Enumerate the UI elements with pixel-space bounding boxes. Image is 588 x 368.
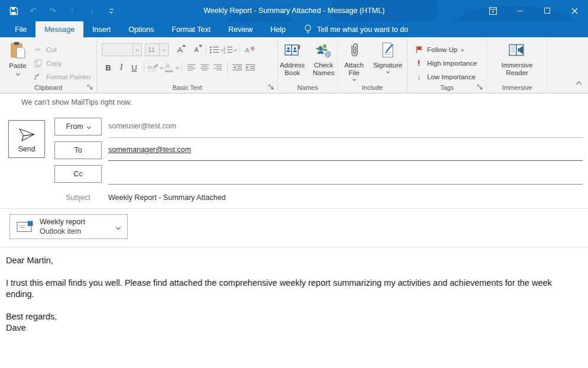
from-label: From — [66, 122, 83, 131]
align-center-button[interactable] — [198, 60, 211, 75]
shrink-font-icon: A — [194, 46, 198, 53]
cc-button[interactable]: Cc — [54, 165, 102, 183]
attachment-strip-bottom-border — [0, 247, 588, 247]
clipboard-group-label: Clipboard — [0, 84, 96, 91]
immersive-reader-icon — [508, 41, 526, 59]
check-names-icon: @ — [316, 41, 331, 59]
font-name-dropdown-icon[interactable] — [133, 44, 141, 56]
to-button[interactable]: To — [54, 141, 102, 159]
grow-font-button[interactable]: A — [173, 43, 186, 57]
tags-dialog-launcher-icon[interactable] — [477, 84, 484, 91]
paste-button[interactable]: Paste — [5, 41, 30, 85]
customize-qat-icon[interactable] — [106, 5, 117, 17]
tab-message[interactable]: Message — [35, 21, 83, 37]
tell-me-box[interactable]: Tell me what you want to do — [304, 21, 408, 37]
low-importance-button[interactable]: ↓ Low Importance — [415, 70, 477, 83]
separator — [144, 62, 144, 73]
to-field-value[interactable]: somemanager@test.com — [108, 146, 191, 154]
ribbon-display-options-icon[interactable] — [479, 0, 506, 21]
paste-chevron-icon — [15, 72, 20, 76]
attachment-card[interactable]: Weekly report Outlook item — [9, 214, 128, 239]
check-names-button[interactable]: @ Check Names — [310, 37, 337, 77]
underline-button[interactable]: U — [128, 60, 141, 75]
attach-file-button[interactable]: Attach File — [342, 37, 367, 80]
decrease-indent-button[interactable] — [231, 60, 244, 75]
body-greeting: Dear Martin, — [6, 255, 573, 266]
tab-format-text[interactable]: Format Text — [163, 21, 219, 37]
send-button[interactable]: Send — [8, 120, 45, 158]
separator — [227, 62, 228, 73]
cut-button[interactable]: ✂ Cut — [33, 43, 91, 56]
signature-icon — [381, 41, 395, 59]
eraser-icon: A — [245, 46, 255, 54]
cc-field-underline — [108, 184, 583, 185]
group-names: Address Book @ Check Names Names — [278, 37, 337, 93]
address-book-label: Address Book — [278, 62, 306, 77]
address-book-button[interactable]: Address Book — [278, 37, 306, 77]
format-painter-button[interactable]: Format Painter — [33, 70, 91, 83]
redo-icon[interactable]: ↷ — [47, 5, 58, 17]
message-body-editor[interactable]: Dear Martin, I trust this email finds yo… — [6, 255, 573, 334]
numbering-button[interactable]: 123 — [223, 43, 237, 57]
font-size-combobox[interactable]: 11 — [145, 43, 169, 56]
italic-button[interactable]: I — [115, 60, 128, 75]
copy-icon — [33, 59, 43, 67]
move-up-icon[interactable]: ↑ — [67, 5, 77, 17]
align-right-button[interactable] — [211, 60, 224, 75]
align-left-button[interactable] — [185, 60, 198, 75]
bullets-button[interactable] — [209, 43, 223, 57]
tags-group-label: Tags — [408, 84, 486, 91]
tab-help[interactable]: Help — [261, 21, 295, 37]
highlight-button[interactable]: ab — [147, 60, 163, 75]
body-closing-line: Best regards, — [6, 312, 57, 321]
quick-access-toolbar: ↶ ↷ ↑ ↓ — [8, 0, 117, 21]
tell-me-label: Tell me what you want to do — [317, 25, 408, 34]
maximize-icon[interactable] — [534, 0, 561, 21]
tab-file[interactable]: File — [6, 21, 35, 37]
shrink-font-button[interactable]: A — [190, 43, 203, 57]
address-book-icon — [284, 41, 301, 59]
copy-button[interactable]: Copy — [33, 56, 91, 70]
svg-text:A: A — [245, 47, 250, 54]
follow-up-chevron-icon — [461, 48, 464, 51]
move-down-icon[interactable]: ↓ — [86, 5, 97, 17]
group-immersive: Immersive Reader Immersive — [487, 37, 547, 93]
font-name-combobox[interactable] — [102, 43, 142, 56]
minimize-icon[interactable] — [506, 0, 534, 21]
highlighter-icon: ab — [147, 63, 159, 72]
tab-options[interactable]: Options — [119, 21, 163, 37]
ribbon-tab-row: File Message Insert Options Format Text … — [0, 21, 588, 37]
basic-text-row-1: 11 A A 123 A — [102, 43, 256, 57]
to-label: To — [74, 146, 82, 154]
follow-up-label: Follow Up — [427, 46, 457, 53]
from-field-value[interactable]: someuser@test.com — [108, 122, 176, 130]
save-icon[interactable] — [8, 5, 19, 17]
group-basic-text: 11 A A 123 A B — [97, 37, 277, 93]
attachment-chevron-icon[interactable] — [117, 221, 120, 232]
follow-up-button[interactable]: Follow Up — [415, 43, 477, 56]
mailtips-message: We can't show MailTips right now. — [21, 98, 132, 106]
outlook-item-envelope-icon — [17, 220, 34, 233]
paintbrush-icon — [33, 73, 43, 80]
basic-text-dialog-launcher-icon[interactable] — [268, 84, 275, 91]
font-color-button[interactable]: A — [165, 60, 179, 75]
font-color-chevron-icon — [176, 66, 179, 69]
clipboard-dialog-launcher-icon[interactable] — [87, 84, 94, 91]
bold-button[interactable]: B — [102, 60, 115, 75]
from-button[interactable]: From — [54, 118, 102, 135]
close-icon[interactable] — [561, 0, 588, 21]
collapse-ribbon-icon[interactable] — [577, 79, 581, 89]
undo-icon[interactable]: ↶ — [28, 5, 38, 17]
signature-button[interactable]: Signature — [373, 37, 403, 80]
subject-field-value[interactable]: Weekly Report - Summary Attached — [108, 193, 225, 202]
high-importance-icon: ! — [415, 59, 423, 67]
font-size-dropdown-icon[interactable] — [159, 44, 168, 56]
tab-insert[interactable]: Insert — [83, 21, 119, 37]
subject-label: Subject — [54, 193, 102, 202]
tab-review[interactable]: Review — [219, 21, 261, 37]
increase-indent-button[interactable] — [244, 60, 257, 75]
clear-formatting-button[interactable]: A — [243, 43, 256, 57]
cc-label: Cc — [73, 170, 82, 178]
high-importance-button[interactable]: ! High Importance — [415, 56, 477, 70]
immersive-reader-button[interactable]: Immersive Reader — [499, 37, 535, 77]
